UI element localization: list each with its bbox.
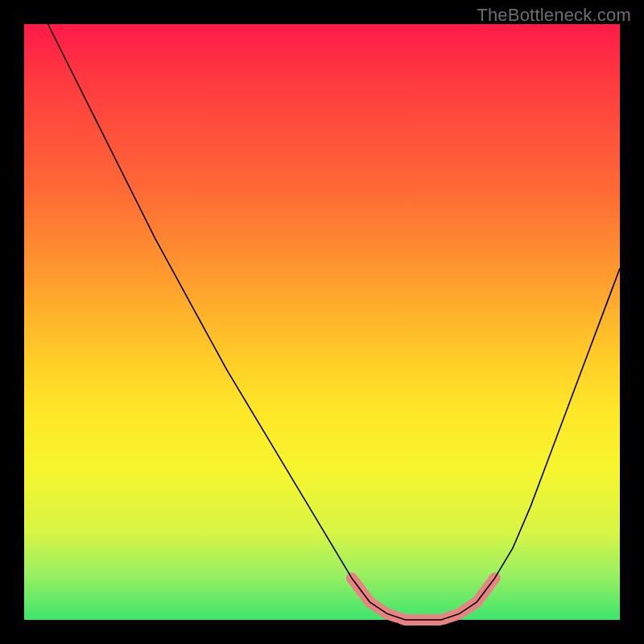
chart-frame: TheBottleneck.com <box>0 0 644 644</box>
plot-area <box>24 24 620 620</box>
attribution-label: TheBottleneck.com <box>477 5 631 26</box>
curve-svg <box>24 24 620 620</box>
valley-highlight <box>352 578 495 620</box>
bottleneck-curve <box>48 24 620 620</box>
